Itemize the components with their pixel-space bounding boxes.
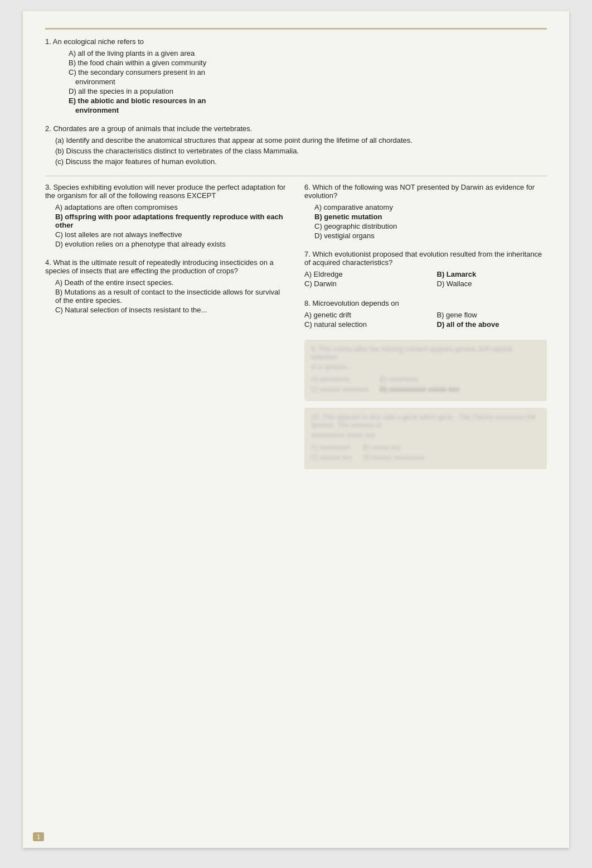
q8-optC: C) natural selection (304, 320, 415, 329)
right-column: 6. Which of the following was NOT presen… (304, 183, 547, 469)
q8-options: A) genetic drift C) natural selection B)… (304, 311, 547, 330)
q7-optC: C) Darwin (304, 279, 415, 288)
q1-optA: A) all of the living plants in a given a… (69, 49, 547, 57)
q8-optA: A) genetic drift (304, 311, 415, 319)
two-col-section: 3. Species exhibiting evolution will nev… (45, 183, 547, 469)
q7-text: 7. Which evolutionist proposed that evol… (304, 250, 547, 267)
q3-options: A) adaptations are often compromises B) … (55, 203, 288, 248)
q6-options: A) comparative anatomy B) genetic mutati… (314, 203, 547, 240)
q4-text: 4. What is the ultimate result of repeat… (45, 258, 288, 275)
q4-optC: C) Natural selection of insects resistan… (55, 306, 288, 314)
exam-page: 1. An ecological niche refers to A) all … (23, 11, 569, 848)
q3-optC: C) lost alleles are not always ineffecti… (55, 230, 288, 239)
q8-optB: B) gene flow (437, 311, 547, 319)
q3-optD: D) evolution relies on a phenotype that … (55, 240, 288, 248)
question-7: 7. Which evolutionist proposed that evol… (304, 250, 547, 289)
q2-subB: (b) Discuss the characteristics distinct… (55, 147, 547, 155)
q7-col1: A) Eldredge C) Darwin (304, 270, 415, 289)
q6-optA: A) comparative anatomy (314, 203, 547, 211)
q3-text: 3. Species exhibiting evolution will nev… (45, 183, 288, 200)
q6-optC: C) geographic distribution (314, 222, 547, 230)
q6-optB: B) genetic mutation (314, 213, 547, 221)
q7-optA: A) Eldredge (304, 270, 415, 278)
q8-optD: D) all of the above (437, 320, 547, 329)
q2-subA: (a) Identify and describe the anatomical… (55, 136, 547, 144)
q3-optB: B) offspring with poor adaptations frequ… (55, 213, 288, 229)
q1-optC: C) the secondary consumers present in an (69, 68, 547, 76)
question-6: 6. Which of the following was NOT presen… (304, 183, 547, 240)
q1-optE: E) the abiotic and biotic resources in a… (69, 97, 547, 105)
q1-optB: B) the food chain within a given communi… (69, 59, 547, 67)
q8-col2: B) gene flow D) all of the above (437, 311, 547, 330)
blurred-q9-text: 9. This comes after the missing content … (311, 345, 540, 361)
page-number-badge: 1 (33, 832, 44, 841)
question-3: 3. Species exhibiting evolution will nev… (45, 183, 288, 248)
blurred-q10: 10. This appears to blur with a gene wit… (304, 408, 547, 469)
q7-optD: D) Wallace (437, 279, 547, 288)
q1-text: 1. An ecological niche refers to (45, 37, 547, 46)
question-2: 2. Chordates are a group of animals that… (45, 124, 547, 166)
q8-col1: A) genetic drift C) natural selection (304, 311, 415, 330)
blurred-q10-text: 10. This appears to blur with a gene wit… (311, 413, 540, 429)
q1-options: A) all of the living plants in a given a… (55, 49, 547, 114)
q7-col2: B) Lamarck D) Wallace (437, 270, 547, 289)
q6-optD: D) vestigial organs (314, 232, 547, 240)
left-column: 3. Species exhibiting evolution will nev… (45, 183, 288, 469)
q3-optA: A) adaptations are often compromises (55, 203, 288, 211)
question-8: 8. Microevolution depends on A) genetic … (304, 299, 547, 330)
q1-optE-cont: environment (75, 106, 547, 114)
blurred-q9: 9. This comes after the missing content … (304, 340, 547, 401)
question-1: 1. An ecological niche refers to A) all … (45, 37, 547, 114)
q7-optB: B) Lamarck (437, 270, 547, 278)
q1-optD: D) all the species in a population (69, 87, 547, 95)
q1-optC-cont: environment (75, 78, 547, 86)
question-4: 4. What is the ultimate result of repeat… (45, 258, 288, 314)
q4-optA: A) Death of the entire insect species. (55, 278, 288, 287)
q4-options: A) Death of the entire insect species. B… (55, 278, 288, 314)
q7-options: A) Eldredge C) Darwin B) Lamarck D) Wall… (304, 270, 547, 289)
q8-text: 8. Microevolution depends on (304, 299, 547, 307)
q2-text: 2. Chordates are a group of animals that… (45, 124, 547, 133)
q6-text: 6. Which of the following was NOT presen… (304, 183, 547, 200)
q4-optB: B) Mutations as a result of contact to t… (55, 288, 288, 305)
q2-subC: (c) Discuss the major features of human … (55, 157, 547, 166)
